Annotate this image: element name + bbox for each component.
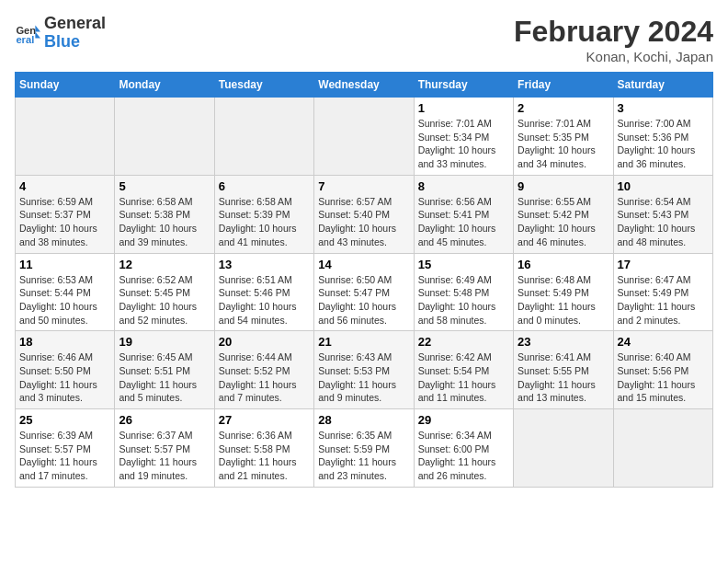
day-number: 7 bbox=[318, 179, 409, 193]
day-number: 14 bbox=[318, 258, 409, 271]
day-info: Sunrise: 6:55 AMSunset: 5:42 PMDaylight:… bbox=[518, 195, 609, 249]
day-info: Sunrise: 6:58 AMSunset: 5:39 PMDaylight:… bbox=[219, 195, 310, 249]
col-tuesday: Tuesday bbox=[214, 73, 313, 98]
day-number: 17 bbox=[618, 258, 709, 271]
table-cell: 13Sunrise: 6:51 AMSunset: 5:46 PMDayligh… bbox=[214, 253, 313, 331]
calendar-title: February 2024 bbox=[514, 15, 713, 49]
day-number: 4 bbox=[19, 179, 110, 193]
svg-marker-3 bbox=[35, 31, 40, 38]
table-cell: 11Sunrise: 6:53 AMSunset: 5:44 PMDayligh… bbox=[16, 253, 115, 331]
day-info: Sunrise: 6:43 AMSunset: 5:53 PMDaylight:… bbox=[318, 350, 409, 405]
day-info: Sunrise: 6:40 AMSunset: 5:56 PMDaylight:… bbox=[618, 350, 709, 405]
day-info: Sunrise: 6:47 AMSunset: 5:49 PMDaylight:… bbox=[618, 273, 709, 327]
day-number: 13 bbox=[219, 258, 310, 271]
table-cell: 7Sunrise: 6:57 AMSunset: 5:40 PMDaylight… bbox=[314, 175, 414, 253]
week-row-3: 11Sunrise: 6:53 AMSunset: 5:44 PMDayligh… bbox=[16, 253, 713, 331]
table-cell: 25Sunrise: 6:39 AMSunset: 5:57 PMDayligh… bbox=[16, 409, 115, 488]
table-cell: 23Sunrise: 6:41 AMSunset: 5:55 PMDayligh… bbox=[514, 331, 613, 409]
day-number: 3 bbox=[618, 101, 709, 115]
day-number: 15 bbox=[418, 258, 509, 271]
table-cell: 19Sunrise: 6:45 AMSunset: 5:51 PMDayligh… bbox=[115, 331, 214, 409]
day-info: Sunrise: 6:36 AMSunset: 5:58 PMDaylight:… bbox=[219, 429, 310, 483]
table-cell bbox=[314, 98, 414, 176]
table-cell: 3Sunrise: 7:00 AMSunset: 5:36 PMDaylight… bbox=[613, 98, 712, 176]
day-number: 10 bbox=[618, 179, 709, 193]
table-cell: 29Sunrise: 6:34 AMSunset: 6:00 PMDayligh… bbox=[414, 409, 513, 488]
day-info: Sunrise: 7:01 AMSunset: 5:34 PMDaylight:… bbox=[418, 117, 509, 171]
table-cell bbox=[514, 409, 613, 488]
col-thursday: Thursday bbox=[414, 73, 513, 98]
day-info: Sunrise: 6:56 AMSunset: 5:41 PMDaylight:… bbox=[418, 195, 509, 249]
calendar-header-row: Sunday Monday Tuesday Wednesday Thursday… bbox=[16, 73, 713, 98]
table-cell bbox=[613, 409, 712, 488]
day-number: 1 bbox=[418, 101, 509, 115]
title-area: February 2024 Konan, Kochi, Japan bbox=[514, 15, 713, 64]
day-number: 24 bbox=[618, 335, 709, 349]
table-cell: 28Sunrise: 6:35 AMSunset: 5:59 PMDayligh… bbox=[314, 409, 414, 488]
day-info: Sunrise: 6:58 AMSunset: 5:38 PMDaylight:… bbox=[119, 195, 210, 249]
calendar-table: Sunday Monday Tuesday Wednesday Thursday… bbox=[15, 72, 713, 488]
day-info: Sunrise: 6:39 AMSunset: 5:57 PMDaylight:… bbox=[19, 429, 110, 483]
day-info: Sunrise: 7:00 AMSunset: 5:36 PMDaylight:… bbox=[618, 117, 709, 171]
table-cell: 15Sunrise: 6:49 AMSunset: 5:48 PMDayligh… bbox=[414, 253, 513, 331]
table-cell: 17Sunrise: 6:47 AMSunset: 5:49 PMDayligh… bbox=[613, 253, 712, 331]
col-sunday: Sunday bbox=[16, 73, 115, 98]
col-saturday: Saturday bbox=[613, 73, 712, 98]
day-number: 11 bbox=[19, 258, 110, 271]
day-info: Sunrise: 6:54 AMSunset: 5:43 PMDaylight:… bbox=[618, 195, 709, 249]
logo: Gen eral GeneralBlue bbox=[15, 15, 106, 52]
col-monday: Monday bbox=[115, 73, 214, 98]
day-number: 22 bbox=[418, 335, 509, 349]
day-info: Sunrise: 6:57 AMSunset: 5:40 PMDaylight:… bbox=[318, 195, 409, 249]
svg-text:eral: eral bbox=[16, 34, 34, 45]
day-info: Sunrise: 6:46 AMSunset: 5:50 PMDaylight:… bbox=[19, 350, 110, 405]
day-number: 28 bbox=[318, 413, 409, 427]
table-cell: 5Sunrise: 6:58 AMSunset: 5:38 PMDaylight… bbox=[115, 175, 214, 253]
day-number: 25 bbox=[19, 413, 110, 427]
day-number: 19 bbox=[119, 335, 210, 349]
day-number: 21 bbox=[318, 335, 409, 349]
day-info: Sunrise: 6:50 AMSunset: 5:47 PMDaylight:… bbox=[318, 273, 409, 327]
day-number: 2 bbox=[518, 101, 609, 115]
col-friday: Friday bbox=[514, 73, 613, 98]
week-row-2: 4Sunrise: 6:59 AMSunset: 5:37 PMDaylight… bbox=[16, 175, 713, 253]
day-info: Sunrise: 6:45 AMSunset: 5:51 PMDaylight:… bbox=[119, 350, 210, 405]
day-number: 26 bbox=[119, 413, 210, 427]
day-number: 29 bbox=[418, 413, 509, 427]
table-cell: 9Sunrise: 6:55 AMSunset: 5:42 PMDaylight… bbox=[514, 175, 613, 253]
table-cell: 24Sunrise: 6:40 AMSunset: 5:56 PMDayligh… bbox=[613, 331, 712, 409]
day-info: Sunrise: 6:49 AMSunset: 5:48 PMDaylight:… bbox=[418, 273, 509, 327]
col-wednesday: Wednesday bbox=[314, 73, 414, 98]
table-cell: 6Sunrise: 6:58 AMSunset: 5:39 PMDaylight… bbox=[214, 175, 313, 253]
day-info: Sunrise: 7:01 AMSunset: 5:35 PMDaylight:… bbox=[518, 117, 609, 171]
table-cell: 22Sunrise: 6:42 AMSunset: 5:54 PMDayligh… bbox=[414, 331, 513, 409]
week-row-5: 25Sunrise: 6:39 AMSunset: 5:57 PMDayligh… bbox=[16, 409, 713, 488]
table-cell: 20Sunrise: 6:44 AMSunset: 5:52 PMDayligh… bbox=[214, 331, 313, 409]
day-number: 9 bbox=[518, 179, 609, 193]
table-cell bbox=[115, 98, 214, 176]
day-number: 12 bbox=[119, 258, 210, 271]
table-cell: 26Sunrise: 6:37 AMSunset: 5:57 PMDayligh… bbox=[115, 409, 214, 488]
table-cell: 21Sunrise: 6:43 AMSunset: 5:53 PMDayligh… bbox=[314, 331, 414, 409]
day-number: 27 bbox=[219, 413, 310, 427]
logo-icon: Gen eral bbox=[15, 20, 40, 46]
day-number: 8 bbox=[418, 179, 509, 193]
day-info: Sunrise: 6:48 AMSunset: 5:49 PMDaylight:… bbox=[518, 273, 609, 327]
table-cell: 18Sunrise: 6:46 AMSunset: 5:50 PMDayligh… bbox=[16, 331, 115, 409]
day-info: Sunrise: 6:44 AMSunset: 5:52 PMDaylight:… bbox=[219, 350, 310, 405]
calendar-subtitle: Konan, Kochi, Japan bbox=[514, 49, 713, 64]
day-info: Sunrise: 6:51 AMSunset: 5:46 PMDaylight:… bbox=[219, 273, 310, 327]
table-cell: 14Sunrise: 6:50 AMSunset: 5:47 PMDayligh… bbox=[314, 253, 414, 331]
table-cell bbox=[214, 98, 313, 176]
day-info: Sunrise: 6:41 AMSunset: 5:55 PMDaylight:… bbox=[518, 350, 609, 405]
day-info: Sunrise: 6:42 AMSunset: 5:54 PMDaylight:… bbox=[418, 350, 509, 405]
week-row-4: 18Sunrise: 6:46 AMSunset: 5:50 PMDayligh… bbox=[16, 331, 713, 409]
day-info: Sunrise: 6:52 AMSunset: 5:45 PMDaylight:… bbox=[119, 273, 210, 327]
day-number: 20 bbox=[219, 335, 310, 349]
logo-text: GeneralBlue bbox=[44, 15, 106, 52]
day-info: Sunrise: 6:34 AMSunset: 6:00 PMDaylight:… bbox=[418, 429, 509, 483]
day-number: 23 bbox=[518, 335, 609, 349]
table-cell: 27Sunrise: 6:36 AMSunset: 5:58 PMDayligh… bbox=[214, 409, 313, 488]
table-cell: 8Sunrise: 6:56 AMSunset: 5:41 PMDaylight… bbox=[414, 175, 513, 253]
page-header: Gen eral GeneralBlue February 2024 Konan… bbox=[15, 15, 713, 64]
